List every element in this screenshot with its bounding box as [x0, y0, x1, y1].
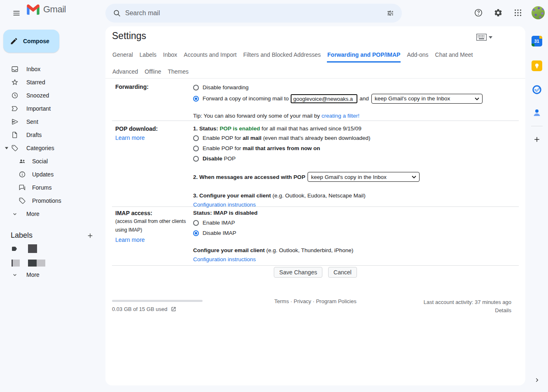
calendar-icon: 31 — [532, 36, 542, 46]
sidebar-item-sent[interactable]: Sent — [0, 115, 105, 128]
radio-row-enable-imap[interactable]: Enable IMAP — [193, 219, 519, 227]
contacts-app-button[interactable] — [529, 105, 544, 120]
tab-add-ons[interactable]: Add-ons — [406, 50, 429, 63]
radio-disable-forwarding[interactable] — [193, 85, 199, 90]
redacted-label-name — [28, 244, 37, 253]
help-icon — [474, 8, 483, 17]
radio-pop-disable[interactable] — [193, 156, 199, 162]
radio-label: Disable IMAP — [203, 229, 236, 237]
apps-grid-icon — [513, 8, 522, 17]
input-tools-toggle[interactable] — [476, 34, 492, 41]
pop-learn-more-link[interactable]: Learn more — [115, 135, 145, 141]
topbar: Gmail — [0, 0, 548, 26]
settings-panel: Settings General Labels Inbox Accounts a… — [105, 26, 525, 385]
settings-tabs-row2: Advanced Offline Themes — [112, 67, 189, 78]
radio-row-pop-all-mail[interactable]: Enable POP for all mail (even mail that'… — [193, 134, 519, 142]
label-row-redacted[interactable] — [0, 244, 105, 256]
sidebar-item-drafts[interactable]: Drafts — [0, 128, 105, 141]
radio-disable-imap[interactable] — [193, 230, 199, 236]
sidebar-item-snoozed[interactable]: Snoozed — [0, 89, 105, 102]
radio-row-pop-from-now-on[interactable]: Enable POP for mail that arrives from no… — [193, 144, 519, 153]
settings-button[interactable] — [490, 4, 507, 21]
tab-filters-and-blocked-addresses[interactable]: Filters and Blocked Addresses — [243, 50, 321, 63]
sidebar-item-inbox[interactable]: Inbox — [0, 63, 105, 76]
cancel-button[interactable]: Cancel — [328, 267, 357, 278]
tab-inbox[interactable]: Inbox — [163, 50, 177, 63]
tab-themes[interactable]: Themes — [168, 67, 189, 78]
last-account-activity: Last account activity: 37 minutes ago — [424, 298, 511, 306]
pop-action-select[interactable]: keep Gmail's copy in the Inbox — [308, 172, 420, 182]
search-bar[interactable] — [105, 4, 402, 23]
account-avatar[interactable] — [532, 6, 545, 19]
forwarding-tip: Tip: You can also forward only some of y… — [193, 113, 519, 119]
radio-row-disable-imap[interactable]: Disable IMAP — [193, 229, 519, 237]
select-value: keep Gmail's copy in the Inbox — [375, 95, 450, 103]
radio-label: Forward a copy of incoming mail to — [203, 95, 289, 103]
sidebar-item-more[interactable]: More — [0, 207, 105, 220]
help-button[interactable] — [470, 4, 487, 21]
imap-configuration-instructions-link[interactable]: Configuration instructions — [193, 256, 256, 262]
gmail-m-icon — [26, 4, 40, 15]
sidebar-labels-more[interactable]: More — [0, 268, 105, 281]
imap-section: Status: IMAP is disabled Enable IMAP Dis… — [193, 210, 519, 262]
contacts-icon — [532, 108, 542, 118]
gmail-logo[interactable]: Gmail — [26, 4, 66, 15]
keep-app-button[interactable] — [529, 58, 544, 73]
sidebar-item-label: Sent — [26, 118, 38, 125]
radio-pop-from-now-on[interactable] — [193, 146, 199, 151]
left-sidebar: Compose Inbox Starred Snoozed Important … — [0, 26, 105, 392]
sidebar-item-updates[interactable]: Updates — [0, 168, 105, 181]
compose-button[interactable]: Compose — [3, 30, 59, 53]
sidebar-item-social[interactable]: Social — [0, 155, 105, 168]
radio-label: Enable IMAP — [203, 219, 235, 227]
search-options-button[interactable] — [382, 5, 399, 21]
tab-labels[interactable]: Labels — [139, 50, 157, 63]
radio-row-forward-copy[interactable]: Forward a copy of incoming mail to and k… — [193, 94, 519, 104]
rail-divider — [531, 126, 543, 126]
tab-forwarding-and-pop-imap[interactable]: Forwarding and POP/IMAP — [327, 50, 401, 63]
sidebar-item-label: Important — [26, 105, 51, 112]
calendar-app-button[interactable]: 31 — [529, 34, 544, 49]
star-icon — [11, 78, 19, 86]
sidebar-item-forums[interactable]: Forums — [0, 181, 105, 194]
sidebar-nav: Inbox Starred Snoozed Important Sent Dra… — [0, 63, 105, 220]
sidebar-item-label: Updates — [32, 171, 54, 178]
create-label-button[interactable] — [86, 231, 95, 240]
imap-learn-more-link[interactable]: Learn more — [115, 237, 145, 243]
activity-details-link[interactable]: Details — [495, 306, 511, 315]
sidebar-item-categories[interactable]: Categories — [0, 141, 105, 155]
sidebar-item-starred[interactable]: Starred — [0, 76, 105, 89]
expander-arrow-icon[interactable] — [3, 145, 10, 151]
forwarding-action-select[interactable]: keep Gmail's copy in the Inbox — [371, 94, 483, 104]
clock-icon — [11, 91, 19, 100]
tasks-app-button[interactable] — [529, 82, 544, 97]
forwarding-email-input[interactable] — [291, 94, 357, 103]
search-input[interactable] — [125, 9, 382, 17]
sidebar-item-important[interactable]: Important — [0, 102, 105, 115]
tasks-icon — [532, 84, 542, 95]
tab-chat-and-meet[interactable]: Chat and Meet — [435, 50, 473, 63]
radio-row-pop-disable[interactable]: Disable POP — [193, 155, 519, 163]
pop-status-value: POP is enabled — [220, 125, 260, 132]
save-changes-button[interactable]: Save Changes — [274, 267, 322, 278]
radio-enable-imap[interactable] — [193, 220, 199, 226]
sidebar-item-promotions[interactable]: Promotions — [0, 194, 105, 207]
tab-advanced[interactable]: Advanced — [112, 67, 138, 78]
section-divider — [112, 265, 519, 266]
get-add-ons-button[interactable] — [529, 132, 544, 147]
tab-general[interactable]: General — [112, 50, 133, 63]
search-button[interactable] — [109, 5, 125, 21]
radio-row-disable-forwarding[interactable]: Disable forwarding — [193, 84, 519, 92]
chevron-right-icon — [534, 377, 540, 383]
tune-icon — [386, 9, 394, 17]
creating-a-filter-link[interactable]: creating a filter! — [322, 113, 359, 119]
radio-label: Disable POP — [203, 155, 236, 163]
tab-offline[interactable]: Offline — [144, 67, 161, 78]
tab-accounts-and-import[interactable]: Accounts and Import — [183, 50, 237, 63]
apps-button[interactable] — [509, 4, 527, 21]
menu-button[interactable] — [7, 3, 26, 23]
radio-forward-copy[interactable] — [193, 96, 199, 102]
open-in-new-icon[interactable] — [170, 306, 177, 312]
radio-pop-all-mail[interactable] — [193, 135, 199, 141]
hide-side-panel-button[interactable] — [531, 374, 543, 386]
